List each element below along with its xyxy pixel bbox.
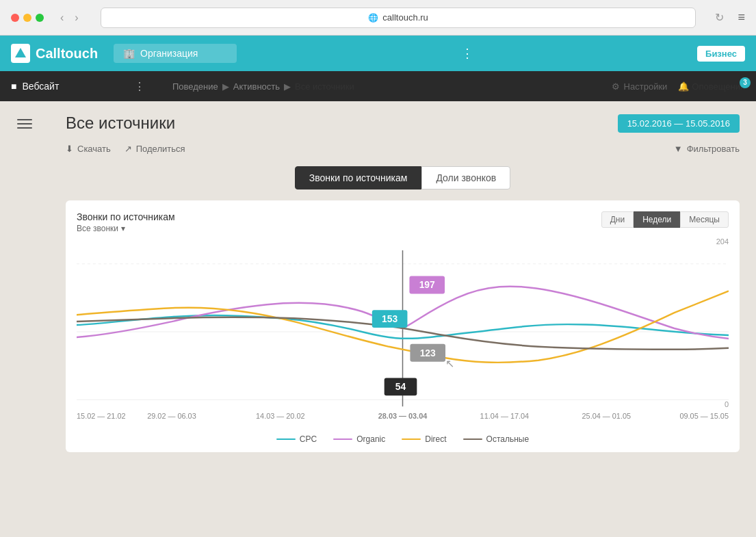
legend-direct: Direct <box>402 434 446 444</box>
sidebar-toggle <box>0 101 49 464</box>
close-button[interactable] <box>11 14 19 22</box>
maximize-button[interactable] <box>36 14 44 22</box>
calls-filter[interactable]: Все звонки ▾ <box>77 224 175 233</box>
period-months-label: Месяцы <box>689 215 720 224</box>
svg-text:153: 153 <box>382 313 397 324</box>
breadcrumb-sep-1: ▶ <box>222 81 229 92</box>
biz-badge: Бизнес <box>697 46 745 62</box>
back-arrow[interactable]: ‹ <box>57 10 66 25</box>
chart-svg: 197 153 123 54 ↖ 15.02 — 21.02 29.02 — 0… <box>77 236 729 428</box>
download-icon: ⬇ <box>66 144 73 154</box>
browser-menu-button[interactable]: ≡ <box>738 10 745 25</box>
legend-other-label: Остальные <box>486 434 530 444</box>
legend-organic-line <box>333 438 352 440</box>
hamburger-menu[interactable] <box>13 115 36 133</box>
chevron-down-icon: ▾ <box>121 224 125 233</box>
svg-text:09.05 — 15.05: 09.05 — 15.05 <box>679 412 729 420</box>
settings-button[interactable]: ⚙ Настройки <box>612 81 668 92</box>
main-content: Все источники 15.02.2016 — 15.05.2016 ⬇ … <box>0 101 756 464</box>
chart-container: Звонки по источникам Все звонки ▾ Дни Не… <box>66 200 740 452</box>
url-text: calltouch.ru <box>382 12 428 23</box>
svg-text:123: 123 <box>420 348 436 358</box>
tab-calls-label: Звонки по источникам <box>309 172 408 183</box>
date-range[interactable]: 15.02.2016 — 15.05.2016 <box>618 114 740 133</box>
settings-label: Настройки <box>624 81 668 92</box>
breadcrumb-item-2[interactable]: Активность <box>233 81 280 92</box>
nav-arrows: ‹ › <box>57 10 81 25</box>
legend-direct-label: Direct <box>425 434 446 444</box>
svg-text:28.03 — 03.04: 28.03 — 03.04 <box>378 412 428 420</box>
legend-organic: Organic <box>333 434 385 444</box>
legend-cpc: CPC <box>276 434 317 444</box>
minimize-button[interactable] <box>23 14 31 22</box>
chart-max-label: 204 <box>716 237 729 246</box>
org-selector[interactable]: 🏢 Организация <box>114 44 237 63</box>
sub-header: ■ Вебсайт ⋮ Поведение ▶ Активность ▶ Все… <box>0 71 756 101</box>
hamburger-line-1 <box>17 119 32 120</box>
logo-area: Calltouch <box>11 44 114 63</box>
traffic-lights <box>11 14 44 22</box>
forward-arrow[interactable]: › <box>72 10 81 25</box>
notification-badge: 3 <box>740 77 751 88</box>
website-button[interactable]: ■ Вебсайт ⋮ <box>11 80 161 93</box>
globe-icon: 🌐 <box>368 13 378 23</box>
notification-button[interactable]: 🔔 Оповещения 3 <box>678 81 745 92</box>
legend-cpc-label: CPC <box>300 434 317 444</box>
bell-icon: 🔔 <box>678 81 689 92</box>
breadcrumb: Поведение ▶ Активность ▶ Все источники <box>161 81 612 92</box>
period-buttons: Дни Недели Месяцы <box>601 211 729 228</box>
filter-label: Фильтровать <box>687 144 740 154</box>
website-dots-button[interactable]: ⋮ <box>129 80 151 93</box>
hamburger-line-3 <box>17 127 32 129</box>
breadcrumb-item-1[interactable]: Поведение <box>172 81 218 92</box>
sub-header-right: ⚙ Настройки 🔔 Оповещения 3 <box>612 81 756 92</box>
logo-text: Calltouch <box>36 46 98 62</box>
svg-text:11.04 — 17.04: 11.04 — 17.04 <box>480 412 530 420</box>
svg-text:15.02 — 21.02: 15.02 — 21.02 <box>77 412 126 420</box>
legend-organic-label: Organic <box>356 434 385 444</box>
url-bar[interactable]: 🌐 calltouch.ru <box>101 8 696 28</box>
filter-button[interactable]: ▼ Фильтровать <box>674 144 740 154</box>
period-days-button[interactable]: Дни <box>601 211 634 228</box>
svg-text:25.04 — 01.05: 25.04 — 01.05 <box>582 412 631 420</box>
period-months-button[interactable]: Месяцы <box>680 211 729 228</box>
share-icon: ↗ <box>125 144 132 154</box>
download-button[interactable]: ⬇ Скачать <box>66 144 111 154</box>
chart-tabs: Звонки по источникам Доли звонков <box>66 166 740 189</box>
chart-title-area: Звонки по источникам Все звонки ▾ <box>77 211 175 233</box>
svg-text:14.03 — 20.02: 14.03 — 20.02 <box>256 412 305 420</box>
website-label: Вебсайт <box>22 81 59 92</box>
calls-filter-label: Все звонки <box>77 224 118 233</box>
svg-marker-0 <box>15 48 26 57</box>
tab-calls[interactable]: Звонки по источникам <box>295 166 422 189</box>
app-header: Calltouch 🏢 Организация ⋮ Бизнес <box>0 36 756 71</box>
page-area: Все источники 15.02.2016 — 15.05.2016 ⬇ … <box>49 101 756 464</box>
refresh-button[interactable]: ↻ <box>715 11 724 24</box>
legend-cpc-line <box>276 438 296 440</box>
page-top: Все источники 15.02.2016 — 15.05.2016 <box>66 114 740 133</box>
browser-chrome: ‹ › 🌐 calltouch.ru ↻ ≡ <box>0 0 756 36</box>
header-right: Бизнес <box>697 47 745 60</box>
period-days-label: Дни <box>610 215 625 224</box>
chart-legend: CPC Organic Direct Остальные <box>77 434 729 444</box>
notification-label: Оповещения <box>692 81 745 92</box>
share-label: Поделиться <box>136 144 185 154</box>
period-weeks-label: Недели <box>642 215 671 224</box>
share-button[interactable]: ↗ Поделиться <box>125 144 185 154</box>
svg-text:29.02 — 06.03: 29.02 — 06.03 <box>147 412 196 420</box>
toolbar: ⬇ Скачать ↗ Поделиться ▼ Фильтровать <box>66 144 740 154</box>
breadcrumb-sep-2: ▶ <box>284 81 291 92</box>
download-label: Скачать <box>77 144 111 154</box>
page-title: Все источники <box>66 114 175 133</box>
legend-other-line <box>463 438 482 440</box>
org-dots-button[interactable]: ⋮ <box>456 43 479 64</box>
org-label: Организация <box>140 48 198 59</box>
tab-shares[interactable]: Доли звонков <box>421 166 510 189</box>
svg-text:54: 54 <box>395 381 406 392</box>
period-weeks-button[interactable]: Недели <box>634 211 680 228</box>
legend-other: Остальные <box>463 434 530 444</box>
org-icon: 🏢 <box>123 48 135 59</box>
legend-direct-line <box>402 438 421 440</box>
svg-text:↖: ↖ <box>445 358 454 369</box>
filter-icon: ▼ <box>674 144 683 154</box>
